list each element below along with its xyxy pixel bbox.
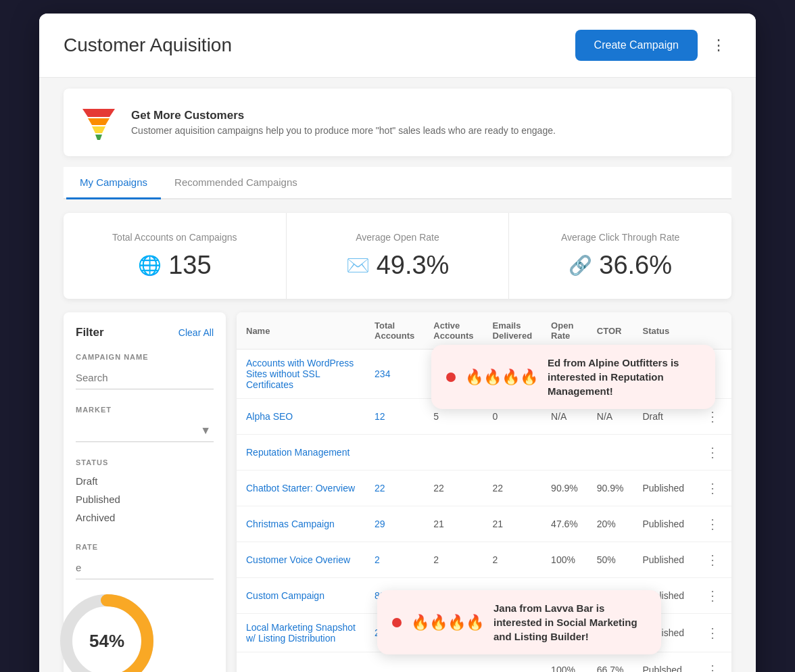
campaign-name-link[interactable]: Christmas Campaign — [246, 519, 335, 529]
banner: Get More Customers Customer aquisition c… — [64, 89, 731, 156]
donut-chart: 54% — [53, 587, 161, 672]
cell-total-accounts: 29 — [365, 506, 424, 542]
rate-input[interactable] — [76, 556, 214, 579]
col-actions — [694, 312, 731, 350]
col-open-rate: OpenRate — [541, 312, 587, 350]
cell-ctor: 66.7% — [587, 652, 633, 673]
cell-ctor — [587, 435, 633, 471]
search-input[interactable] — [76, 366, 214, 389]
stat-open-rate: Average Open Rate ✉️ 49.3% — [287, 213, 510, 299]
cell-active-accounts: 22 — [424, 471, 483, 506]
cell-total-accounts: 22 — [365, 471, 424, 506]
banner-description: Customer aquisition campaigns help you t… — [131, 125, 556, 136]
svg-marker-1 — [88, 118, 110, 125]
cell-open-rate: 100% — [541, 542, 587, 578]
status-draft[interactable]: Draft — [76, 472, 214, 490]
notification-tooltip-1: 🔥🔥🔥🔥 Ed from Alpine Outfitters is intere… — [431, 345, 715, 409]
campaign-name-link[interactable]: Chatbot Starter: Overview — [246, 483, 355, 494]
notif-text-2: Jana from Lavva Bar is interested in Soc… — [493, 601, 646, 644]
cell-status — [633, 435, 694, 471]
stat-open-rate-value: ✉️ 49.3% — [307, 251, 489, 280]
cell-actions: ⋮ — [694, 578, 731, 614]
cell-total-accounts: 234 — [365, 350, 424, 399]
cell-actions: ⋮ — [694, 471, 731, 506]
market-select-wrapper: ▼ — [76, 419, 214, 442]
stat-click-through-label: Average Click Through Rate — [529, 232, 711, 243]
page-title: Customer Aquisition — [64, 34, 232, 56]
col-active-accounts: ActiveAccounts — [424, 312, 483, 350]
cell-name: Accounts with WordPress Sites without SS… — [237, 350, 365, 399]
svg-marker-0 — [82, 109, 115, 117]
row-action-button[interactable]: ⋮ — [703, 479, 722, 498]
cell-active-accounts: 21 — [424, 506, 483, 542]
cell-name: Christmas Campaign — [237, 506, 365, 542]
clear-all-button[interactable]: Clear All — [178, 327, 214, 338]
more-menu-button[interactable]: ⋮ — [706, 34, 731, 57]
page-header: Customer Aquisition Create Campaign ⋮ — [39, 14, 756, 78]
create-campaign-button[interactable]: Create Campaign — [575, 30, 698, 61]
col-name: Name — [237, 312, 365, 350]
cell-actions: ⋮ — [694, 542, 731, 578]
tab-my-campaigns[interactable]: My Campaigns — [66, 167, 161, 199]
cell-ctor: 20% — [587, 506, 633, 542]
cell-actions: ⋮ — [694, 435, 731, 471]
filter-header: Filter Clear All — [76, 326, 214, 339]
row-action-button[interactable]: ⋮ — [703, 586, 722, 605]
campaign-name-link[interactable]: Custom Campaign — [246, 590, 324, 601]
campaign-name-link[interactable]: Alpha SEO — [246, 411, 293, 422]
status-published[interactable]: Published — [76, 490, 214, 508]
filter-status-section: STATUS Draft Published Archived — [76, 458, 214, 527]
cell-name: Reputation Management — [237, 435, 365, 471]
row-action-button[interactable]: ⋮ — [703, 443, 722, 462]
cell-emails-delivered: 2 — [483, 542, 542, 578]
filter-rate-section: RATE — [76, 543, 214, 579]
cell-emails-delivered: 22 — [483, 471, 542, 506]
stats-row: Total Accounts on Campaigns 🌐 135 Averag… — [64, 213, 731, 299]
campaign-name-link[interactable]: Local Marketing Snapshot w/ Listing Dist… — [246, 622, 356, 644]
market-select[interactable] — [76, 419, 214, 442]
cell-open-rate — [541, 435, 587, 471]
cell-actions: ⋮ — [694, 652, 731, 673]
stat-click-through-rate: Average Click Through Rate 🔗 36.6% — [509, 213, 731, 299]
cell-active-accounts — [424, 435, 483, 471]
row-action-button[interactable]: ⋮ — [703, 550, 722, 569]
rate-label: RATE — [76, 543, 214, 551]
campaign-name-link[interactable]: Customer Voice Overiew — [246, 554, 350, 565]
filter-campaign-name-section: CAMPAIGN NAME — [76, 353, 214, 389]
cell-emails-delivered — [483, 435, 542, 471]
table-row: 100% 66.7% Publshed ⋮ — [237, 652, 731, 673]
fire-icon-1: 🔥🔥🔥🔥 — [465, 368, 538, 386]
cell-ctor: 50% — [587, 542, 633, 578]
cell-total-accounts: 2 — [365, 542, 424, 578]
table-row: Christmas Campaign 29 21 21 47.6% 20% Pu… — [237, 506, 731, 542]
status-list: Draft Published Archived — [76, 472, 214, 527]
cell-active-accounts: 2 — [424, 542, 483, 578]
notif-text-1: Ed from Alpine Outfitters is interested … — [548, 356, 700, 398]
cell-name: Local Marketing Snapshot w/ Listing Dist… — [237, 614, 365, 652]
status-archived[interactable]: Archived — [76, 508, 214, 527]
row-action-button[interactable]: ⋮ — [703, 661, 722, 672]
tabs: My Campaigns Recommended Campaigns — [64, 167, 731, 199]
row-action-button[interactable]: ⋮ — [703, 407, 722, 426]
cell-status: Publshed — [633, 652, 694, 673]
campaign-name-link[interactable]: Reputation Management — [246, 447, 350, 458]
stat-open-rate-label: Average Open Rate — [307, 232, 489, 243]
cell-name: Chatbot Starter: Overview — [237, 471, 365, 506]
mail-icon: ✉️ — [346, 254, 370, 277]
tab-recommended-campaigns[interactable]: Recommended Campaigns — [161, 167, 311, 199]
cell-name: Alpha SEO — [237, 399, 365, 435]
cell-emails-delivered — [483, 652, 542, 673]
notif-dot-2 — [392, 618, 402, 627]
row-action-button[interactable]: ⋮ — [703, 514, 722, 533]
campaign-name-link[interactable]: Accounts with WordPress Sites without SS… — [246, 358, 354, 390]
filter-title: Filter — [76, 326, 104, 339]
col-ctor: CTOR — [587, 312, 633, 350]
banner-heading: Get More Customers — [131, 109, 556, 122]
notification-tooltip-2: 🔥🔥🔥🔥 Jana from Lavva Bar is interested i… — [377, 590, 661, 654]
funnel-icon — [80, 102, 118, 143]
cell-status: Published — [633, 471, 694, 506]
col-status: Status — [633, 312, 694, 350]
cell-active-accounts — [424, 652, 483, 673]
notif-dot-1 — [446, 373, 456, 382]
row-action-button[interactable]: ⋮ — [703, 623, 722, 642]
